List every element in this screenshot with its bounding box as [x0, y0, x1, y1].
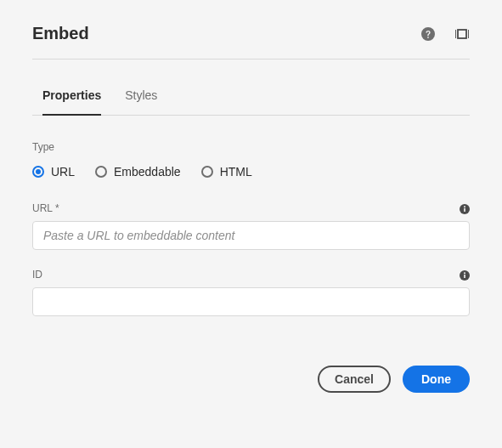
tabs: Properties Styles: [32, 77, 470, 116]
dialog-content: Type URL Embeddable HTML URL *: [32, 116, 470, 393]
radio-html-label: HTML: [220, 165, 252, 179]
tab-styles[interactable]: Styles: [125, 77, 157, 116]
info-icon[interactable]: [460, 269, 470, 279]
type-label: Type: [32, 141, 470, 153]
tab-properties[interactable]: Properties: [42, 77, 101, 116]
type-radio-group: URL Embeddable HTML: [32, 165, 470, 179]
url-label: URL *: [32, 202, 59, 214]
header-actions: [420, 26, 470, 42]
url-field-row: URL *: [32, 202, 470, 250]
embed-dialog: Embed Properties Styles Type: [0, 0, 502, 418]
radio-html[interactable]: HTML: [201, 165, 252, 179]
svg-rect-1: [458, 30, 466, 38]
radio-url[interactable]: URL: [32, 165, 75, 179]
radio-embeddable[interactable]: Embeddable: [95, 165, 181, 179]
radio-circle-icon: [95, 166, 107, 178]
help-icon[interactable]: [420, 26, 436, 42]
info-icon[interactable]: [460, 202, 470, 213]
dialog-footer: Cancel Done: [32, 366, 470, 393]
id-label: ID: [32, 269, 42, 281]
radio-embeddable-label: Embeddable: [114, 165, 181, 179]
done-button[interactable]: Done: [403, 366, 470, 393]
dialog-title: Embed: [32, 24, 89, 43]
id-input[interactable]: [32, 287, 470, 316]
cancel-button[interactable]: Cancel: [318, 366, 391, 393]
id-field-row: ID: [32, 269, 470, 316]
radio-circle-icon: [32, 166, 44, 178]
svg-point-9: [464, 272, 465, 274]
svg-point-6: [464, 206, 465, 207]
radio-url-label: URL: [51, 165, 75, 179]
svg-rect-5: [464, 208, 465, 212]
radio-circle-icon: [201, 166, 213, 178]
id-field-header: ID: [32, 269, 470, 281]
dialog-header: Embed: [32, 24, 470, 60]
url-input[interactable]: [32, 221, 470, 250]
svg-rect-8: [464, 275, 465, 278]
fullscreen-icon[interactable]: [454, 26, 470, 42]
url-field-header: URL *: [32, 202, 470, 214]
